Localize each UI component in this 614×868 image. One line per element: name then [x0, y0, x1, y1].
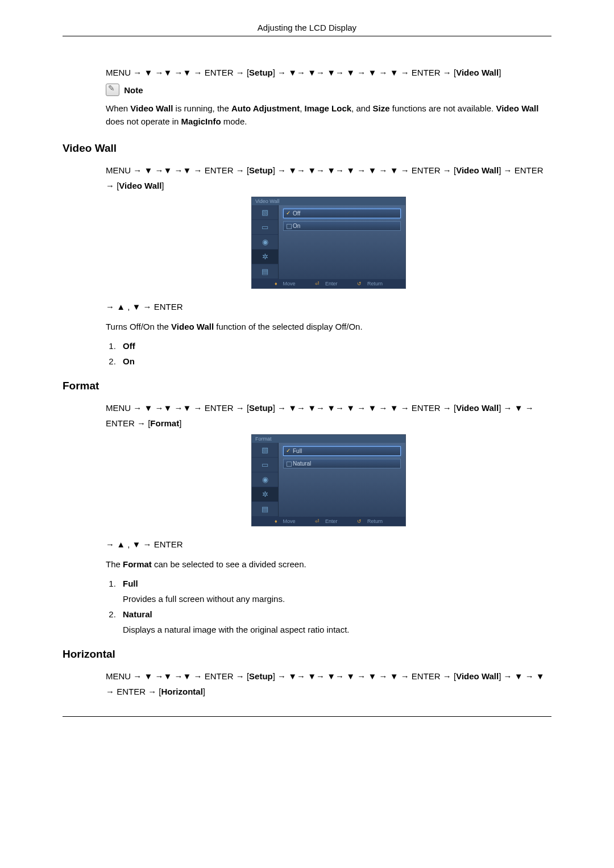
nav-path: MENU → ▼ →▼ →▼ → ENTER → [Setup] → ▼→ ▼→…	[106, 668, 551, 699]
nav-path: MENU → ▼ →▼ →▼ → ENTER → [Setup] → ▼→ ▼→…	[106, 163, 551, 193]
osd-tab-icon: ▧	[252, 205, 278, 220]
section-description: Turns Off/On the Video Wall function of …	[106, 320, 551, 333]
nav-text: ]	[203, 687, 205, 696]
nav-path: MENU → ▼ →▼ →▼ → ENTER → [Setup] → ▼→ ▼→…	[106, 65, 551, 80]
section-body-horizontal: MENU → ▼ →▼ →▼ → ENTER → [Setup] → ▼→ ▼→…	[106, 668, 551, 699]
section-heading-video-wall: Video Wall	[63, 142, 551, 155]
term-size: Size	[373, 103, 390, 113]
osd-foot-enter: Enter	[325, 281, 338, 286]
nav-bracket-setup: Setup	[249, 68, 273, 77]
list-item: Off	[118, 341, 551, 351]
osd-footer: ♦Move ⏎Enter ↺Return	[252, 517, 405, 526]
text: The	[106, 559, 123, 569]
enter-icon: ⏎	[315, 281, 320, 286]
text: When	[106, 103, 130, 113]
osd-options: Off On	[279, 205, 405, 279]
text: is running, the	[173, 103, 231, 113]
osd-option-full: Full	[283, 446, 401, 456]
text: can be selected to see a divided screen.	[152, 559, 306, 569]
osd-panel-format: Format ▧ ▭ ◉ ✲ ▤ Full Natural ♦Move ⏎Ent…	[251, 434, 406, 526]
list-item: Natural Displays a natural image with th…	[118, 609, 551, 634]
document-page: Adjusting the LCD Display MENU → ▼ →▼ →▼…	[0, 0, 614, 755]
list-item: On	[118, 356, 551, 366]
option-list: Full Provides a full screen without any …	[106, 579, 551, 634]
nav-bracket-video-wall: Video Wall	[456, 68, 499, 77]
nav-text: ] → ▼→ ▼→ ▼→ ▼ → ▼ → ▼ → ENTER → [	[273, 165, 456, 175]
osd-tab-icon: ▤	[252, 502, 278, 517]
osd-panel-video-wall: Video Wall ▧ ▭ ◉ ✲ ▤ Off On ♦Move ⏎Enter…	[251, 197, 406, 289]
nav-text: MENU → ▼ →▼ →▼ → ENTER → [	[106, 403, 249, 413]
enter-icon: ⏎	[315, 518, 320, 524]
nav-text: ] → ▼→ ▼→ ▼→ ▼ → ▼ → ▼ → ENTER → [	[273, 403, 456, 413]
osd-option-on: On	[283, 221, 401, 231]
term-format: Format	[123, 559, 152, 569]
nav-arrows: → ▲ , ▼ → ENTER	[106, 299, 551, 314]
section-body-video-wall: MENU → ▼ →▼ →▼ → ENTER → [Setup] → ▼→ ▼→…	[106, 163, 551, 366]
return-icon: ↺	[357, 281, 362, 286]
nav-arrows: → ▲ , ▼ → ENTER	[106, 537, 551, 552]
nav-text: ]	[499, 68, 501, 77]
term-video-wall: Video Wall	[496, 103, 538, 113]
osd-tab-icon: ◉	[252, 235, 278, 250]
nav-text: MENU → ▼ →▼ →▼ → ENTER → [	[106, 671, 249, 681]
osd-tab-icon: ▭	[252, 220, 278, 235]
option-list: Off On	[106, 341, 551, 366]
osd-footer: ♦Move ⏎Enter ↺Return	[252, 279, 405, 288]
nav-text: ]	[161, 181, 164, 190]
osd-tab-icon: ▧	[252, 443, 278, 458]
text: ,	[300, 103, 304, 113]
nav-text: ]	[179, 418, 181, 428]
option-full: Full	[123, 579, 138, 588]
term-auto-adjustment: Auto Adjustment	[231, 103, 300, 113]
note-row: Note	[106, 84, 551, 96]
nav-bracket-setup: Setup	[249, 671, 273, 681]
osd-tab-icon-selected: ✲	[252, 487, 278, 502]
list-item: Full Provides a full screen without any …	[118, 579, 551, 604]
header-rule	[63, 36, 551, 36]
osd-tab-strip: ▧ ▭ ◉ ✲ ▤	[252, 205, 279, 279]
section-heading-format: Format	[63, 380, 551, 392]
return-icon: ↺	[357, 518, 362, 524]
nav-bracket-video-wall: Video Wall	[456, 403, 499, 413]
note-icon	[106, 84, 119, 96]
option-description: Provides a full screen without any margi…	[123, 594, 551, 604]
nav-bracket-horizontal: Horizontal	[161, 687, 203, 696]
osd-body: ▧ ▭ ◉ ✲ ▤ Full Natural	[252, 443, 405, 517]
osd-body: ▧ ▭ ◉ ✲ ▤ Off On	[252, 205, 405, 279]
nav-bracket-setup: Setup	[249, 403, 273, 413]
note-label: Note	[124, 85, 143, 95]
osd-tab-strip: ▧ ▭ ◉ ✲ ▤	[252, 443, 279, 517]
option-off: Off	[123, 341, 135, 351]
osd-tab-icon: ◉	[252, 472, 278, 487]
text: mode.	[221, 117, 247, 126]
term-image-lock: Image Lock	[305, 103, 352, 113]
page-header-title: Adjusting the LCD Display	[63, 23, 551, 32]
nav-bracket-video-wall: Video Wall	[456, 671, 499, 681]
text: Turns Off/On the	[106, 322, 171, 331]
section-body-format: MENU → ▼ →▼ →▼ → ENTER → [Setup] → ▼→ ▼→…	[106, 400, 551, 634]
text: function of the selected display Off/On.	[214, 322, 363, 331]
option-natural: Natural	[123, 609, 152, 619]
osd-tab-icon-selected: ✲	[252, 250, 278, 264]
text: functions are not available.	[390, 103, 496, 113]
osd-foot-return: Return	[367, 281, 383, 286]
move-icon: ♦	[275, 518, 277, 524]
note-paragraph: When Video Wall is running, the Auto Adj…	[106, 102, 551, 128]
nav-text: MENU → ▼ →▼ →▼ → ENTER → [	[106, 68, 249, 77]
osd-foot-enter: Enter	[325, 518, 338, 524]
osd-tab-icon: ▭	[252, 458, 278, 472]
osd-option-off: Off	[283, 209, 401, 218]
nav-text: ] → ▼→ ▼→ ▼→ ▼ → ▼ → ▼ → ENTER → [	[273, 671, 456, 681]
osd-title: Format	[252, 435, 405, 443]
osd-foot-move: Move	[283, 518, 296, 524]
osd-option-natural: Natural	[283, 459, 401, 468]
intro-block: MENU → ▼ →▼ →▼ → ENTER → [Setup] → ▼→ ▼→…	[106, 65, 551, 128]
text: does not operate in	[106, 117, 181, 126]
option-description: Displays a natural image with the origin…	[123, 625, 551, 634]
term-video-wall: Video Wall	[130, 103, 173, 113]
nav-bracket-video-wall: Video Wall	[119, 181, 161, 190]
section-heading-horizontal: Horizontal	[63, 648, 551, 661]
text: , and	[351, 103, 373, 113]
nav-bracket-video-wall: Video Wall	[456, 165, 499, 175]
osd-foot-return: Return	[367, 518, 383, 524]
